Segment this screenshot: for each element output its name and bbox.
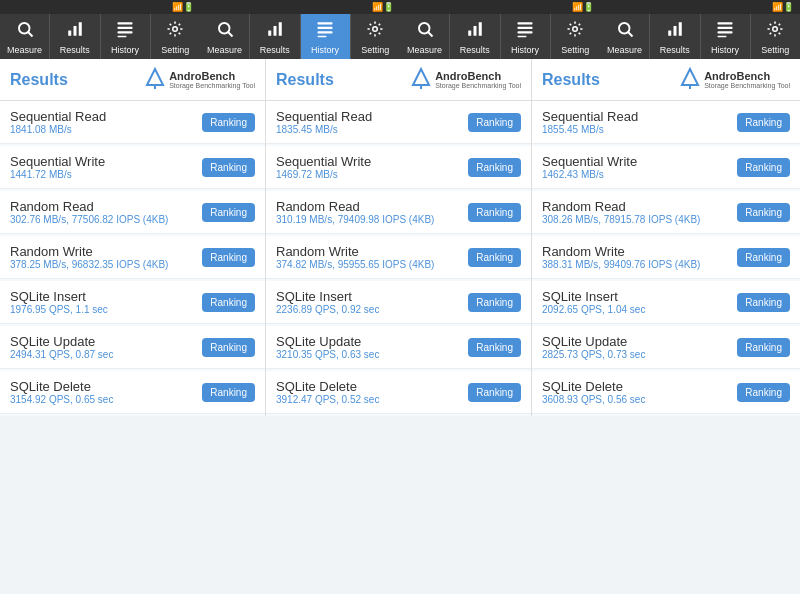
bench-info-1-1: Sequential Write1469.72 MB/s — [276, 154, 371, 180]
svg-rect-15 — [318, 22, 333, 24]
bench-info-1-4: SQLite Insert2236.89 QPS, 0.92 sec — [276, 289, 379, 315]
ranking-button-0-3[interactable]: Ranking — [202, 248, 255, 267]
nav-tab-2-setting[interactable]: Setting — [551, 14, 600, 59]
bench-name-2-1: Sequential Write — [542, 154, 637, 169]
nav-tab-2-history[interactable]: History — [501, 14, 551, 59]
bench-name-0-0: Sequential Read — [10, 109, 106, 124]
bench-info-0-1: Sequential Write1441.72 MB/s — [10, 154, 105, 180]
bench-info-2-2: Random Read308.26 MB/s, 78915.78 IOPS (4… — [542, 199, 700, 225]
ranking-button-2-6[interactable]: Ranking — [737, 383, 790, 402]
svg-line-31 — [628, 32, 633, 37]
nav-tab-0-results[interactable]: Results — [50, 14, 100, 59]
bench-value-0-5: 2494.31 QPS, 0.87 sec — [10, 349, 113, 360]
bench-name-1-5: SQLite Update — [276, 334, 379, 349]
bench-name-0-3: Random Write — [10, 244, 168, 259]
bench-value-2-1: 1462.43 MB/s — [542, 169, 637, 180]
nav-tab-0-setting[interactable]: Setting — [151, 14, 200, 59]
bench-info-0-4: SQLite Insert1976.95 QPS, 1.1 sec — [10, 289, 108, 315]
ranking-button-0-0[interactable]: Ranking — [202, 113, 255, 132]
svg-point-29 — [573, 27, 578, 32]
ranking-button-1-6[interactable]: Ranking — [468, 383, 521, 402]
svg-rect-38 — [718, 36, 727, 38]
ranking-button-2-2[interactable]: Ranking — [737, 203, 790, 222]
ranking-button-1-3[interactable]: Ranking — [468, 248, 521, 267]
bench-name-2-5: SQLite Update — [542, 334, 645, 349]
bench-row-0-4: SQLite Insert1976.95 QPS, 1.1 secRanking — [0, 281, 265, 324]
ranking-button-1-0[interactable]: Ranking — [468, 113, 521, 132]
ranking-button-0-2[interactable]: Ranking — [202, 203, 255, 222]
ranking-button-1-5[interactable]: Ranking — [468, 338, 521, 357]
ranking-button-2-3[interactable]: Ranking — [737, 248, 790, 267]
ranking-button-0-1[interactable]: Ranking — [202, 158, 255, 177]
bench-row-2-5: SQLite Update2825.73 QPS, 0.73 secRankin… — [532, 326, 800, 369]
panel-title-2: Results — [542, 71, 600, 89]
nav-section-0: MeasureResultsHistorySetting — [0, 14, 200, 59]
svg-point-20 — [419, 23, 430, 34]
bench-value-2-0: 1855.45 MB/s — [542, 124, 638, 135]
nav-tab-3-measure[interactable]: Measure — [600, 14, 650, 59]
bench-row-2-3: Random Write388.31 MB/s, 99409.76 IOPS (… — [532, 236, 800, 279]
measure-label: Measure — [7, 45, 42, 55]
results-label: Results — [260, 45, 290, 55]
bench-name-0-6: SQLite Delete — [10, 379, 113, 394]
nav-tab-1-results[interactable]: Results — [250, 14, 300, 59]
bench-info-2-1: Sequential Write1462.43 MB/s — [542, 154, 637, 180]
bench-name-1-2: Random Read — [276, 199, 434, 214]
history-label: History — [711, 45, 739, 55]
icons-1: 📶🔋 — [172, 2, 194, 12]
nav-tab-2-measure[interactable]: Measure — [400, 14, 450, 59]
nav-section-3: MeasureResultsHistorySetting — [600, 14, 800, 59]
ranking-button-2-4[interactable]: Ranking — [737, 293, 790, 312]
logo-main-0: AndroBench — [169, 70, 255, 82]
bench-row-2-2: Random Read308.26 MB/s, 78915.78 IOPS (4… — [532, 191, 800, 234]
nav-tab-1-setting[interactable]: Setting — [351, 14, 400, 59]
svg-rect-25 — [518, 22, 533, 24]
logo-icon-1 — [411, 65, 431, 94]
ranking-button-1-4[interactable]: Ranking — [468, 293, 521, 312]
ranking-button-1-2[interactable]: Ranking — [468, 203, 521, 222]
nav-tab-3-setting[interactable]: Setting — [751, 14, 800, 59]
ranking-button-0-6[interactable]: Ranking — [202, 383, 255, 402]
bench-row-2-0: Sequential Read1855.45 MB/sRanking — [532, 101, 800, 144]
svg-point-0 — [19, 23, 30, 34]
nav-tab-1-history[interactable]: History — [301, 14, 351, 59]
svg-rect-16 — [318, 27, 333, 29]
bench-row-0-1: Sequential Write1441.72 MB/sRanking — [0, 146, 265, 189]
nav-tab-1-measure[interactable]: Measure — [200, 14, 250, 59]
logo-icon-2 — [680, 65, 700, 94]
nav-tab-3-results[interactable]: Results — [650, 14, 700, 59]
svg-marker-42 — [413, 69, 429, 85]
nav-tab-0-history[interactable]: History — [101, 14, 151, 59]
svg-point-19 — [373, 27, 378, 32]
svg-rect-17 — [318, 31, 333, 33]
svg-rect-23 — [473, 26, 476, 36]
bench-row-1-0: Sequential Read1835.45 MB/sRanking — [266, 101, 531, 144]
svg-rect-12 — [268, 31, 271, 36]
ranking-button-0-5[interactable]: Ranking — [202, 338, 255, 357]
bench-value-2-4: 2092.65 QPS, 1.04 sec — [542, 304, 645, 315]
nav-tab-0-measure[interactable]: Measure — [0, 14, 50, 59]
ranking-button-1-1[interactable]: Ranking — [468, 158, 521, 177]
status-bar-3: 📶🔋 — [400, 0, 600, 14]
ranking-button-0-4[interactable]: Ranking — [202, 293, 255, 312]
bench-name-2-2: Random Read — [542, 199, 700, 214]
svg-rect-7 — [118, 31, 133, 33]
nav-tab-3-history[interactable]: History — [701, 14, 751, 59]
logo-sub-0: Storage Benchmarking Tool — [169, 82, 255, 89]
nav-tab-2-results[interactable]: Results — [450, 14, 500, 59]
ranking-button-2-1[interactable]: Ranking — [737, 158, 790, 177]
ranking-button-2-5[interactable]: Ranking — [737, 338, 790, 357]
bench-name-1-6: SQLite Delete — [276, 379, 379, 394]
svg-rect-37 — [718, 31, 733, 33]
icons-2: 📶🔋 — [372, 2, 394, 12]
svg-rect-33 — [673, 26, 676, 36]
ranking-button-2-0[interactable]: Ranking — [737, 113, 790, 132]
status-bar-4: 📶🔋 — [600, 0, 800, 14]
bench-value-1-0: 1835.45 MB/s — [276, 124, 372, 135]
setting-icon — [166, 20, 184, 43]
bench-value-1-2: 310.19 MB/s, 79409.98 IOPS (4KB) — [276, 214, 434, 225]
setting-label: Setting — [761, 45, 789, 55]
svg-rect-5 — [118, 22, 133, 24]
bench-name-2-4: SQLite Insert — [542, 289, 645, 304]
bench-name-0-5: SQLite Update — [10, 334, 113, 349]
